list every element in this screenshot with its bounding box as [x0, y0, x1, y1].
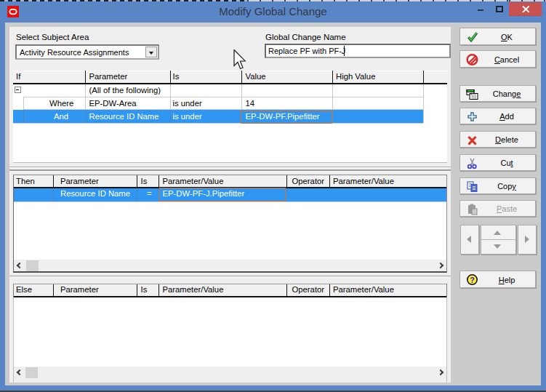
svg-text:?: ?: [470, 276, 474, 284]
